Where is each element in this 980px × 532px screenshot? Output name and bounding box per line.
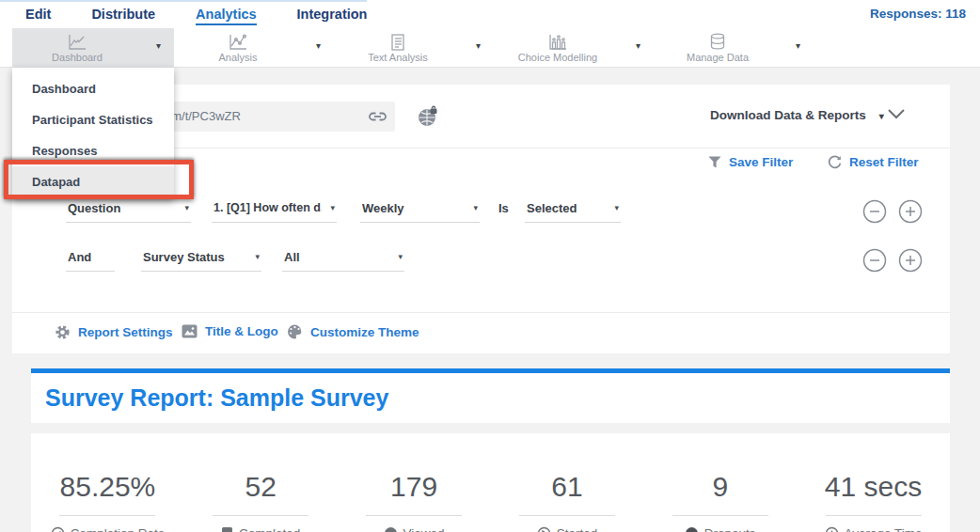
add-filter-button[interactable] xyxy=(898,248,923,273)
stat-started: 61 Started xyxy=(490,433,643,532)
stat-value: 179 xyxy=(338,471,491,503)
toolbar-item-dashboard: Dashboard ▾ xyxy=(12,28,174,68)
nav-item-edit[interactable]: Edit xyxy=(25,7,51,22)
choice-modelling-dropdown-arrow[interactable]: ▾ xyxy=(636,40,640,51)
stat-label: Completion Rate xyxy=(71,526,166,532)
image-icon xyxy=(182,324,198,338)
gear-icon xyxy=(55,324,71,340)
choice-modelling-button[interactable]: Choice Modelling xyxy=(494,28,622,68)
reset-icon xyxy=(828,155,842,169)
bar-chart-icon xyxy=(548,34,567,51)
divider xyxy=(366,515,462,516)
database-icon xyxy=(709,33,726,51)
toolbar-label: Text Analysis xyxy=(368,52,428,63)
operator-label: Is xyxy=(498,201,509,215)
filter-answer-value: All xyxy=(284,250,389,264)
filter-field-select[interactable]: Survey Status ▾ xyxy=(141,246,261,272)
completed-icon xyxy=(221,526,233,532)
filter-answer-value: Weekly xyxy=(362,201,465,215)
caret-down-icon: ▾ xyxy=(614,203,619,212)
title-logo-button[interactable]: Title & Logo xyxy=(182,324,278,338)
divider xyxy=(59,515,155,516)
filter-field-select[interactable]: Question ▾ xyxy=(66,197,191,223)
download-data-reports-dropdown[interactable]: Download Data & Reports▾ xyxy=(710,108,884,122)
divider xyxy=(213,515,308,516)
responses-count[interactable]: Responses: 118 xyxy=(870,7,966,21)
stats-panel: 85.25% Completion Rate 52 Completed 179 xyxy=(31,433,950,532)
report-settings-button[interactable]: Report Settings xyxy=(55,324,173,340)
caret-down-icon: ▾ xyxy=(473,203,478,212)
report-header: Survey Report: Sample Survey xyxy=(31,368,950,423)
remove-filter-button[interactable] xyxy=(862,248,887,273)
text-analysis-button[interactable]: Text Analysis xyxy=(334,28,462,68)
globe-lock-icon[interactable] xyxy=(417,105,439,128)
stat-label-row: Dropouts xyxy=(643,526,797,532)
stat-completion-rate: 85.25% Completion Rate xyxy=(31,433,184,532)
completion-rate-icon xyxy=(51,526,65,532)
remove-filter-button[interactable] xyxy=(862,199,887,224)
link-icon[interactable] xyxy=(368,110,387,123)
stat-value: 61 xyxy=(490,471,643,503)
conjunction-select[interactable]: And xyxy=(66,246,115,272)
stat-value: 52 xyxy=(184,471,338,503)
manage-data-button[interactable]: Manage Data xyxy=(654,28,782,68)
collapse-chevron-icon[interactable] xyxy=(887,108,906,119)
filter-funnel-icon xyxy=(708,156,721,168)
reset-filter-button[interactable]: Reset Filter xyxy=(828,155,919,169)
divider xyxy=(12,312,950,313)
started-icon xyxy=(537,526,551,532)
datapad-highlight-box xyxy=(4,160,194,199)
filter-question-select[interactable]: 1. [Q1] How often d... ▾ xyxy=(212,197,337,223)
text-document-icon xyxy=(390,34,405,51)
reset-filter-label: Reset Filter xyxy=(849,155,919,169)
dropouts-icon xyxy=(685,526,699,532)
stat-value: 85.25% xyxy=(31,471,184,503)
dashboard-button[interactable]: Dashboard xyxy=(12,28,142,68)
filter-answer-select[interactable]: Weekly ▾ xyxy=(360,197,480,223)
palette-icon xyxy=(287,324,303,339)
divider xyxy=(672,515,768,516)
report-title: Survey Report: Sample Survey xyxy=(31,373,950,412)
clock-icon xyxy=(825,526,839,532)
nav-item-analytics[interactable]: Analytics xyxy=(196,7,256,22)
toolbar-item-choice-modelling: Choice Modelling ▾ xyxy=(494,28,654,68)
filter-question-value: 1. [Q1] How often d... xyxy=(213,201,322,214)
analysis-button[interactable]: Analysis xyxy=(174,28,302,68)
menu-item-participant-statistics[interactable]: Participant Statistics xyxy=(12,104,174,135)
toolbar-item-text-analysis: Text Analysis ▾ xyxy=(334,28,494,68)
filter-field-value: Question xyxy=(68,201,176,215)
save-filter-button[interactable]: Save Filter xyxy=(708,155,793,169)
toolbar-label: Dashboard xyxy=(52,52,103,63)
divider xyxy=(826,515,922,516)
customize-theme-button[interactable]: Customize Theme xyxy=(287,324,419,339)
dashboard-dropdown-arrow[interactable]: ▾ xyxy=(156,40,161,51)
stat-label-row: Completed xyxy=(184,526,338,532)
toolbar-label: Analysis xyxy=(219,52,258,63)
nav-item-integration[interactable]: Integration xyxy=(297,7,368,22)
stat-label: Dropouts xyxy=(704,526,756,532)
top-navigation: Edit Distribute Analytics Integration Re… xyxy=(0,0,980,28)
manage-data-dropdown-arrow[interactable]: ▾ xyxy=(796,40,800,51)
caret-down-icon: ▾ xyxy=(330,203,335,212)
save-filter-label: Save Filter xyxy=(729,155,793,169)
stat-label: Viewed xyxy=(403,526,445,532)
menu-item-dashboard[interactable]: Dashboard xyxy=(12,73,174,104)
stat-label: Average Time xyxy=(845,526,923,532)
nav-item-distribute[interactable]: Distribute xyxy=(91,7,155,22)
toolbar-item-analysis: Analysis ▾ xyxy=(174,28,334,68)
analysis-dropdown-arrow[interactable]: ▾ xyxy=(316,40,321,51)
add-filter-button[interactable] xyxy=(898,199,923,224)
caret-down-icon: ▾ xyxy=(879,111,884,121)
download-data-reports-label: Download Data & Reports xyxy=(710,108,866,122)
stat-label-row: Average Time xyxy=(797,526,950,532)
stat-label: Started xyxy=(557,526,598,532)
stat-completed: 52 Completed xyxy=(184,433,338,532)
filter-answer-select[interactable]: All ▾ xyxy=(282,246,404,272)
toolbar-item-manage-data: Manage Data ▾ xyxy=(654,28,814,68)
filter-operator-select[interactable]: Selected ▾ xyxy=(525,197,621,223)
viewed-icon xyxy=(384,526,398,532)
caret-down-icon: ▾ xyxy=(398,252,403,261)
caret-down-icon: ▾ xyxy=(255,252,260,261)
stat-dropouts: 9 Dropouts xyxy=(643,433,797,532)
text-analysis-dropdown-arrow[interactable]: ▾ xyxy=(476,40,481,51)
